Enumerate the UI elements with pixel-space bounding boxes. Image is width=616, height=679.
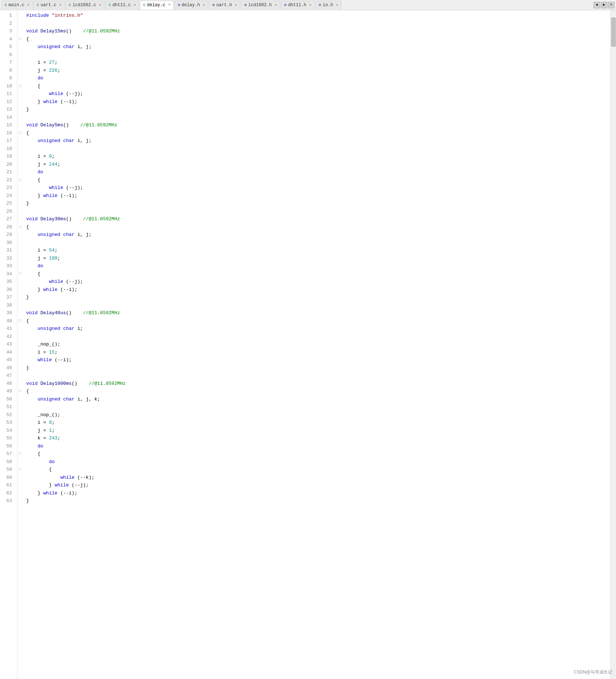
tab-delay-c[interactable]: C delay.c × xyxy=(140,1,174,9)
code-area[interactable]: #include "intrins.h"void Delay15ms() //@… xyxy=(23,10,610,679)
fold-indicator xyxy=(17,356,23,364)
code-line: { xyxy=(26,270,610,278)
code-line: } while (--i); xyxy=(26,489,610,497)
tab-lcd1602-h[interactable]: H lcd1602.h × xyxy=(241,1,280,9)
tab-close-icon[interactable]: × xyxy=(27,3,29,7)
fold-indicator[interactable]: □ xyxy=(17,176,23,184)
code-line xyxy=(26,239,610,247)
tab-label: delay.c xyxy=(147,3,165,8)
tab-close-icon[interactable]: × xyxy=(275,3,277,7)
code-line: } while (--i); xyxy=(26,98,610,106)
fold-indicator[interactable]: □ xyxy=(17,317,23,325)
tab-label: delay.h xyxy=(182,3,200,8)
line-number: 33 xyxy=(0,262,14,270)
line-number: 37 xyxy=(0,293,14,301)
fold-indicator xyxy=(17,254,23,262)
fold-indicator[interactable]: □ xyxy=(17,450,23,458)
scroll-tabs-right[interactable]: ► xyxy=(601,2,607,8)
code-line: unsigned char i, j; xyxy=(26,43,610,51)
tab-uart-h[interactable]: H uart.h × xyxy=(209,1,240,9)
code-line: { xyxy=(26,450,610,458)
tab-delay-h[interactable]: H delay.h × xyxy=(174,1,208,9)
line-number: 34 xyxy=(0,270,14,278)
code-line: unsigned char i, j; xyxy=(26,137,610,145)
tab-io-h[interactable]: H io.h × xyxy=(316,1,341,9)
fold-indicator[interactable]: □ xyxy=(17,129,23,137)
fold-indicator xyxy=(17,121,23,129)
line-number: 44 xyxy=(0,348,14,356)
fold-indicator xyxy=(17,145,23,153)
fold-indicator[interactable]: □ xyxy=(17,35,23,43)
code-line: } xyxy=(26,200,610,208)
fold-indicator xyxy=(17,262,23,270)
fold-indicator xyxy=(17,67,23,75)
code-line xyxy=(26,333,610,341)
line-number: 10 xyxy=(0,82,14,90)
fold-indicator[interactable]: □ xyxy=(17,387,23,395)
code-line xyxy=(26,403,610,411)
fold-indicator xyxy=(17,153,23,161)
code-line: _nop_(); xyxy=(26,340,610,348)
line-number: 30 xyxy=(0,239,14,247)
code-line xyxy=(26,301,610,309)
line-number: 22 xyxy=(0,176,14,184)
line-number: 29 xyxy=(0,231,14,239)
tab-close-icon[interactable]: × xyxy=(336,3,338,7)
line-number: 46 xyxy=(0,364,14,372)
tab-main-c[interactable]: C main.c × xyxy=(1,1,33,9)
fold-indicator[interactable]: □ xyxy=(17,466,23,474)
fold-indicator[interactable]: □ xyxy=(17,223,23,231)
fold-indicator xyxy=(17,434,23,442)
tab-uart-c[interactable]: C uart.c × xyxy=(33,1,65,9)
code-line xyxy=(26,145,610,153)
fold-indicator xyxy=(17,161,23,169)
tab-close-icon[interactable]: × xyxy=(203,3,205,7)
fold-indicator xyxy=(17,458,23,466)
code-line: } while (--i); xyxy=(26,286,610,294)
code-line: unsigned char i, j, k; xyxy=(26,395,610,403)
code-line: { xyxy=(26,223,610,231)
line-number: 58 xyxy=(0,458,14,466)
tab-close-icon[interactable]: × xyxy=(134,3,136,7)
tab-close-icon[interactable]: × xyxy=(59,3,62,7)
line-number: 35 xyxy=(0,278,14,286)
tab-lcd1602-c[interactable]: C lcd1602.c × xyxy=(66,1,104,9)
tab-close-icon[interactable]: × xyxy=(99,3,101,7)
code-line: i = 8; xyxy=(26,419,610,427)
vertical-scrollbar[interactable] xyxy=(610,10,616,679)
code-line: { xyxy=(26,82,610,90)
tab-dht11-h[interactable]: H dht11.h × xyxy=(281,1,315,9)
close-window[interactable]: × xyxy=(608,2,615,8)
scrollbar-thumb[interactable] xyxy=(611,17,616,47)
fold-indicator[interactable]: □ xyxy=(17,82,23,90)
line-number: 25 xyxy=(0,200,14,208)
fold-indicator xyxy=(17,27,23,35)
line-number: 45 xyxy=(0,356,14,364)
line-number: 50 xyxy=(0,395,14,403)
code-line: _nop_(); xyxy=(26,411,610,419)
code-line: j = 244; xyxy=(26,161,610,169)
code-line: { xyxy=(26,317,610,325)
fold-indicator xyxy=(17,184,23,192)
fold-indicator xyxy=(17,411,23,419)
code-line: unsigned char i; xyxy=(26,325,610,333)
fold-indicator xyxy=(17,395,23,403)
code-line xyxy=(26,51,610,59)
tab-close-icon[interactable]: × xyxy=(309,3,312,7)
code-line: while (--j); xyxy=(26,90,610,98)
code-line: i = 9; xyxy=(26,153,610,161)
fold-indicator xyxy=(17,497,23,505)
fold-indicator xyxy=(17,43,23,51)
fold-indicator[interactable]: □ xyxy=(17,270,23,278)
scroll-tabs-left[interactable]: ◄ xyxy=(593,2,600,8)
line-number: 13 xyxy=(0,106,14,114)
tab-close-icon[interactable]: × xyxy=(235,3,237,7)
code-line: } xyxy=(26,293,610,301)
tab-bar-controls: ◄ ► × xyxy=(593,2,615,8)
tab-close-icon[interactable]: × xyxy=(168,3,170,7)
tab-dht11-c[interactable]: C dht11.c × xyxy=(105,1,139,9)
code-line: { xyxy=(26,129,610,137)
line-number: 27 xyxy=(0,215,14,223)
line-number: 11 xyxy=(0,90,14,98)
tab-label: dht11.c xyxy=(112,3,131,8)
